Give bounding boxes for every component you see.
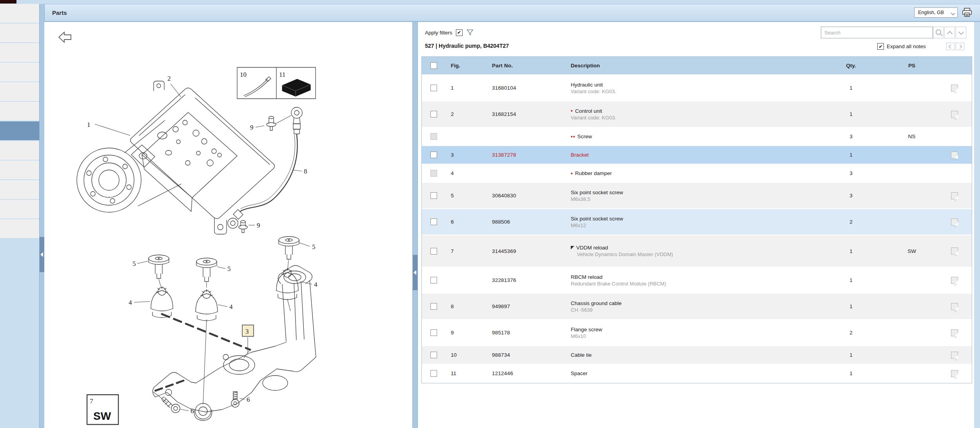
description-cell: Bracket [569, 152, 816, 158]
table-row[interactable]: ••Screw3NS [422, 128, 972, 146]
callout-4c-label: 4 [314, 281, 318, 288]
callout-1-label: 1 [87, 121, 91, 128]
search-input[interactable] [821, 27, 933, 38]
apply-filters-row: Apply filters [425, 29, 474, 36]
callout-4b-label: 4 [229, 303, 233, 311]
bracket-callout-3[interactable]: 3 [242, 325, 254, 353]
note-icon[interactable] [951, 247, 958, 255]
exchange-triangle-icon [571, 246, 574, 249]
search-prev-button[interactable] [944, 27, 955, 38]
sidebar-splitter[interactable] [39, 4, 45, 428]
window-corner-strip [0, 0, 16, 4]
search-icon [936, 29, 941, 35]
note-icon[interactable] [951, 329, 958, 336]
row-checkbox[interactable] [430, 219, 437, 225]
note-icon[interactable] [951, 370, 958, 377]
sidebar-collapse-handle[interactable] [40, 237, 44, 272]
sidebar-item[interactable] [0, 141, 39, 160]
callout-8-label: 8 [304, 168, 307, 175]
level-bullet-icon: • [571, 108, 573, 114]
description-subtext: Redundant Brake Control Module (RBCM) [571, 281, 816, 287]
table-row[interactable]: 6988506Six point socket screwM6x122 [422, 209, 972, 235]
back-arrow-icon[interactable] [59, 32, 71, 42]
select-all-checkbox[interactable] [430, 62, 437, 69]
sidebar-item[interactable] [0, 102, 39, 121]
row-checkbox [430, 170, 437, 177]
note-icon[interactable] [951, 111, 958, 118]
printer-icon [961, 7, 973, 18]
table-row[interactable]: 111212446Spacer1 [422, 365, 972, 383]
sidebar-item[interactable] [0, 219, 39, 238]
description-cell: VDDM reloadVehicle Dynamics Domain Maste… [569, 245, 816, 257]
table-row[interactable]: 8949897Chassis ground cableCH -56391 [422, 294, 972, 320]
callout-6b-label: 6 [247, 396, 250, 403]
qty-cell: 1 [816, 370, 886, 376]
table-row[interactable]: 131680104Hydraulic unitVariant code: KG0… [422, 75, 972, 101]
qty-cell: 3 [816, 193, 886, 199]
notes-next-button[interactable] [956, 43, 964, 50]
table-row[interactable]: 530640830Six point socket screwM6x38,53 [422, 183, 972, 209]
row-checkbox[interactable] [430, 248, 437, 255]
description-text: VDDM reload [576, 245, 608, 251]
inset-label-10: 10 [240, 71, 247, 78]
row-checkbox[interactable] [430, 370, 437, 377]
part-no-cell: 31680104 [486, 85, 569, 91]
table-row-selected[interactable]: 331387278Bracket1 [422, 146, 972, 164]
col-qty: Qty. [816, 63, 886, 69]
expand-notes-checkbox[interactable] [877, 43, 884, 50]
note-icon[interactable] [951, 303, 958, 310]
row-checkbox[interactable] [430, 329, 437, 336]
panel-collapse-handle[interactable] [413, 255, 417, 290]
sidebar-item[interactable] [0, 200, 39, 219]
description-cell: •Rubber damper [569, 170, 816, 176]
row-checkbox[interactable] [430, 192, 437, 199]
notes-prev-button[interactable] [946, 43, 955, 50]
sidebar-item[interactable] [0, 161, 39, 179]
part-no-cell: 985178 [486, 330, 569, 336]
row-checkbox[interactable] [430, 352, 437, 358]
sidebar-item[interactable] [0, 180, 39, 199]
filter-icon[interactable] [466, 29, 474, 36]
part-no-cell: 32281376 [486, 277, 569, 283]
row-checkbox[interactable] [430, 111, 437, 117]
note-icon[interactable] [951, 277, 958, 284]
sidebar-item[interactable] [0, 43, 39, 62]
qty-cell: 1 [816, 277, 886, 283]
table-row[interactable]: 231682154•Control unitVariant code: KG03… [422, 101, 972, 128]
apply-filters-checkbox[interactable] [456, 29, 463, 36]
search-button[interactable] [933, 27, 944, 38]
description-cell: •Control unitVariant code: KG03. [569, 108, 816, 121]
sw-label: SW [93, 410, 111, 422]
ps-cell: NS [886, 134, 937, 139]
print-button[interactable] [961, 7, 973, 18]
qty-cell: 2 [816, 219, 886, 225]
table-row[interactable]: 731445369VDDM reloadVehicle Dynamics Dom… [422, 235, 972, 267]
language-dropdown[interactable]: English, GB [914, 7, 958, 18]
sidebar-item-selected[interactable] [0, 121, 39, 140]
sidebar-item[interactable] [0, 63, 39, 81]
sidebar-item[interactable] [0, 82, 39, 101]
note-icon[interactable] [951, 219, 958, 226]
row-checkbox[interactable] [430, 85, 437, 91]
note-icon[interactable] [951, 152, 958, 159]
diagram-callouts: 1 2 9 9 8 5 5 5 4 4 4 6 6 7 SW [87, 75, 318, 422]
note-icon[interactable] [951, 85, 958, 92]
expand-notes-row: Expand all notes [877, 43, 926, 50]
table-row[interactable]: 9985178Flange screwM6x102 [422, 320, 972, 346]
qty-cell: 2 [816, 330, 886, 336]
table-row[interactable]: 10988734Cable tie1 [422, 346, 972, 365]
row-checkbox[interactable] [430, 152, 437, 158]
spacer-drawing [282, 79, 310, 96]
level-bullet-icon: • [571, 171, 573, 176]
table-row[interactable]: 32281376RBCM reloadRedundant Brake Contr… [422, 267, 972, 294]
panel-splitter[interactable] [412, 22, 418, 428]
search-next-button[interactable] [956, 27, 966, 38]
row-checkbox[interactable] [430, 303, 437, 310]
callout-9b-label: 9 [257, 222, 260, 229]
sidebar-item[interactable] [0, 4, 39, 23]
note-icon[interactable] [951, 192, 958, 199]
table-row[interactable]: 4•Rubber damper3 [422, 164, 972, 183]
sidebar-item[interactable] [0, 23, 39, 42]
note-icon[interactable] [951, 352, 958, 359]
row-checkbox[interactable] [430, 277, 437, 284]
